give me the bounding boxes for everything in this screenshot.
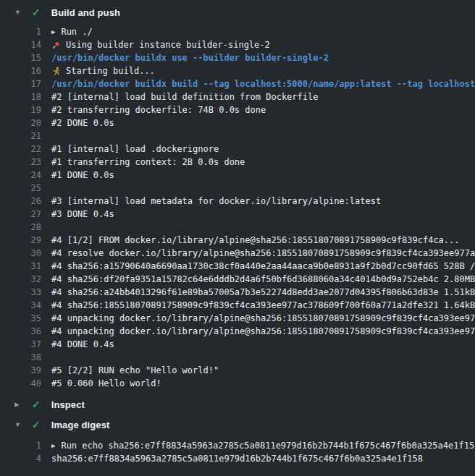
log-lines-image-digest: 1▶Run echo sha256:e7ff8834a5963a2785c5a0… <box>0 435 475 467</box>
log-text: #2 [internal] load build definition from… <box>51 90 318 103</box>
log-line: 1▶Run ./ <box>0 25 475 38</box>
log-line: 26#3 [internal] load metadata for docker… <box>0 195 475 208</box>
triangle-down-icon[interactable]: ▼ <box>14 9 22 16</box>
log-text: #2 transferring dockerfile: 74B 0.0s don… <box>51 103 266 116</box>
run-expand-triangle-icon[interactable]: ▶ <box>51 29 55 35</box>
log-line: 35#4 unpacking docker.io/library/alpine@… <box>0 312 475 325</box>
log-text: #1 DONE 0.0s <box>51 169 114 182</box>
line-content: ▶Run ./ <box>51 25 93 38</box>
log-text: #4 sha256:df20fa9351a15782c64e6dddb2d4a6… <box>51 273 475 286</box>
log-text: #3 [internal] load metadata for docker.i… <box>51 195 381 208</box>
log-line: 19#2 transferring dockerfile: 74B 0.0s d… <box>0 103 475 116</box>
line-content: #4 DONE 0.4s <box>51 338 114 351</box>
line-number[interactable]: 15 <box>0 51 41 64</box>
runner-icon <box>51 67 61 76</box>
line-number[interactable]: 20 <box>0 116 41 129</box>
line-number[interactable]: 34 <box>0 299 41 312</box>
line-number[interactable]: 24 <box>0 169 41 182</box>
workflow-log-viewer: ▼✓Build and push1▶Run ./14Using builder … <box>0 0 475 476</box>
section-header-inspect[interactable]: ▶✓Inspect <box>0 394 475 415</box>
line-number[interactable]: 14 <box>0 38 41 51</box>
line-number[interactable]: 17 <box>0 77 41 90</box>
line-content: #4 sha256:a15790640a6690aa1730c38cf0a440… <box>51 260 475 273</box>
line-content: #4 sha256:a24bb4013296f61e89ba57005a7b3e… <box>51 286 475 299</box>
log-line: 21 <box>0 129 475 143</box>
triangle-right-icon[interactable]: ▶ <box>14 401 22 408</box>
line-content: #2 DONE 0.0s <box>51 116 114 129</box>
line-number[interactable]: 36 <box>0 325 41 338</box>
line-content: sha256:e7ff8834a5963a2785c5a0811e979d16b… <box>51 452 423 465</box>
log-text: #1 [internal] load .dockerignore <box>51 143 219 156</box>
log-line: 37#4 DONE 0.4s <box>0 338 475 351</box>
log-line: 23#1 transferring context: 2B 0.0s done <box>0 156 475 169</box>
line-content: #1 transferring context: 2B 0.0s done <box>51 156 245 169</box>
log-text: #4 resolve docker.io/library/alpine@sha2… <box>51 247 475 260</box>
line-content: #4 unpacking docker.io/library/alpine@sh… <box>51 312 475 325</box>
line-number[interactable]: 38 <box>0 351 41 364</box>
log-line: 32#4 sha256:df20fa9351a15782c64e6dddb2d4… <box>0 273 475 286</box>
log-line: 18#2 [internal] load build definition fr… <box>0 90 475 103</box>
line-number[interactable]: 23 <box>0 156 41 169</box>
line-number[interactable]: 1 <box>0 439 41 452</box>
log-line: 38 <box>0 351 475 364</box>
pushpin-icon <box>51 41 61 50</box>
run-expand-triangle-icon[interactable]: ▶ <box>51 443 55 449</box>
line-content: #4 sha256:185518070891758909c9f839cf4ca3… <box>51 299 475 312</box>
section-title: Image digest <box>51 420 110 430</box>
line-number[interactable]: 1 <box>0 25 41 38</box>
line-number[interactable]: 27 <box>0 208 41 221</box>
log-text: #3 DONE 0.4s <box>51 208 114 221</box>
line-number[interactable]: 39 <box>0 364 41 377</box>
line-number[interactable]: 16 <box>0 64 41 77</box>
triangle-down-icon[interactable]: ▼ <box>14 422 22 428</box>
line-number[interactable]: 19 <box>0 103 41 116</box>
line-content: Starting build... <box>51 64 155 77</box>
log-line: 25 <box>0 182 475 195</box>
line-number[interactable]: 21 <box>0 129 41 143</box>
log-line: 34#4 sha256:185518070891758909c9f839cf4c… <box>0 299 475 312</box>
check-success-icon: ✓ <box>32 399 41 409</box>
line-content: #3 [internal] load metadata for docker.i… <box>51 195 381 208</box>
line-content: ▶Run echo sha256:e7ff8834a5963a2785c5a08… <box>51 439 475 452</box>
log-line: 4sha256:e7ff8834a5963a2785c5a0811e979d16… <box>0 452 475 465</box>
log-line: 36#4 unpacking docker.io/library/alpine@… <box>0 325 475 338</box>
section-header-build-and-push[interactable]: ▼✓Build and push <box>0 2 475 22</box>
line-number[interactable]: 25 <box>0 182 41 195</box>
line-content: #4 [1/2] FROM docker.io/library/alpine@s… <box>51 234 460 247</box>
line-number[interactable]: 29 <box>0 234 41 247</box>
log-text: #4 sha256:a15790640a6690aa1730c38cf0a440… <box>51 260 475 273</box>
line-number[interactable]: 37 <box>0 338 41 351</box>
log-text: #1 transferring context: 2B 0.0s done <box>51 156 245 169</box>
line-number[interactable]: 35 <box>0 312 41 325</box>
line-number[interactable]: 28 <box>0 221 41 234</box>
log-text: /usr/bin/docker buildx use --builder bui… <box>51 51 329 64</box>
log-line: 17/usr/bin/docker buildx build --tag loc… <box>0 77 475 90</box>
line-content: #4 unpacking docker.io/library/alpine@sh… <box>51 325 475 338</box>
section-title: Inspect <box>51 399 85 410</box>
log-line: 20#2 DONE 0.0s <box>0 116 475 129</box>
line-number[interactable]: 30 <box>0 247 41 260</box>
section-title: Build and push <box>51 7 120 18</box>
log-line: 1▶Run echo sha256:e7ff8834a5963a2785c5a0… <box>0 439 475 452</box>
log-line: 31#4 sha256:a15790640a6690aa1730c38cf0a4… <box>0 260 475 273</box>
line-content: #2 transferring dockerfile: 74B 0.0s don… <box>51 103 266 116</box>
log-line: 27#3 DONE 0.4s <box>0 208 475 221</box>
log-text: Using builder instance builder-single-2 <box>66 38 270 51</box>
log-line: 14Using builder instance builder-single-… <box>0 38 475 51</box>
section-header-image-digest[interactable]: ▼✓Image digest <box>0 415 475 435</box>
log-line: 39#5 [2/2] RUN echo "Hello world!" <box>0 364 475 377</box>
line-number[interactable]: 18 <box>0 90 41 103</box>
line-number[interactable]: 40 <box>0 377 41 390</box>
line-number[interactable]: 31 <box>0 260 41 273</box>
line-number[interactable]: 33 <box>0 286 41 299</box>
log-text: #4 [1/2] FROM docker.io/library/alpine@s… <box>51 234 460 247</box>
line-content: #1 DONE 0.0s <box>51 169 114 182</box>
line-number[interactable]: 22 <box>0 143 41 156</box>
line-content: #1 [internal] load .dockerignore <box>51 143 219 156</box>
line-number[interactable]: 4 <box>0 452 41 465</box>
log-text: /usr/bin/docker buildx build --tag local… <box>51 77 475 90</box>
line-number[interactable]: 32 <box>0 273 41 286</box>
line-number[interactable]: 26 <box>0 195 41 208</box>
log-line: 33#4 sha256:a24bb4013296f61e89ba57005a7b… <box>0 286 475 299</box>
check-success-icon: ✓ <box>32 7 41 17</box>
